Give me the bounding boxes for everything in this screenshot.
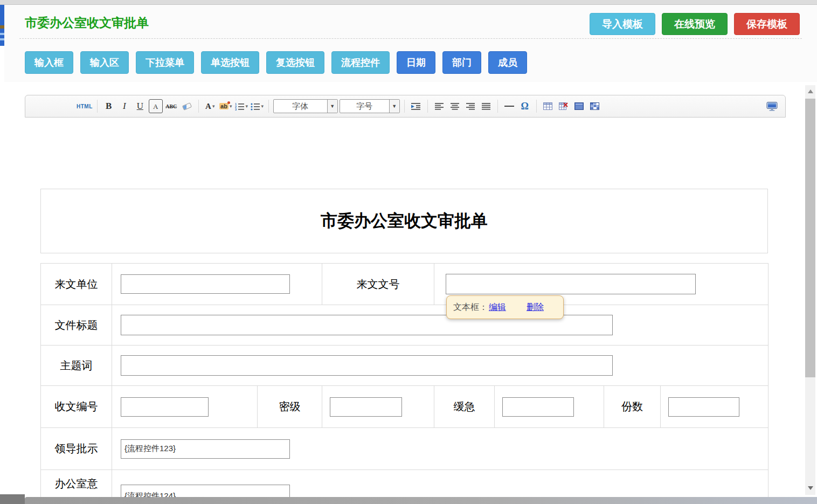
form-label-document-number: 来文文号 (322, 264, 434, 305)
indent-button[interactable] (409, 99, 423, 113)
align-center-button[interactable] (448, 99, 462, 113)
toolbar-separator (198, 100, 199, 113)
import-template-button[interactable]: 导入模板 (590, 13, 655, 35)
chevron-down-icon: ▼ (389, 100, 399, 113)
italic-button[interactable]: I (117, 99, 131, 113)
ordered-list-button[interactable]: 1 2 3 ▾ (234, 99, 248, 113)
chevron-down-icon: ▾ (212, 103, 215, 109)
editor-canvas[interactable]: 市委办公室收文审批单 来文单位 来文文号 文件标题 (25, 118, 803, 504)
font-size-select[interactable]: 字号 ▼ (340, 99, 400, 113)
table-row: 文件标题 (41, 305, 768, 346)
align-justify-button[interactable] (479, 99, 493, 113)
taskbar-edge (0, 494, 817, 504)
delete-link[interactable]: 删除 (527, 302, 544, 313)
form-label-keywords: 主题词 (41, 346, 112, 386)
underline-button[interactable]: U (133, 99, 147, 113)
horizontal-rule-button[interactable] (502, 99, 516, 113)
widget-department-button[interactable]: 部门 (442, 51, 481, 74)
widget-input-box-button[interactable]: 输入框 (25, 51, 73, 74)
table-properties-icon (574, 102, 584, 110)
unordered-list-button[interactable]: ▾ (250, 99, 264, 113)
special-character-button[interactable]: Ω (518, 99, 532, 113)
align-center-icon (451, 102, 459, 110)
leader-comments-cell (112, 428, 768, 470)
receipt-number-cell (112, 386, 258, 428)
toolbar-separator (97, 100, 98, 113)
document-number-input[interactable] (446, 274, 696, 294)
sliver-mark (0, 38, 4, 40)
template-actions: 导入模板 在线预览 保存模板 (590, 13, 800, 35)
eraser-icon (182, 102, 192, 111)
window-top-edge (0, 0, 817, 5)
horizontal-rule-icon (504, 106, 514, 107)
chevron-down-icon: ▾ (246, 103, 248, 109)
table-properties-button[interactable] (572, 99, 586, 113)
widget-date-button[interactable]: 日期 (397, 51, 435, 74)
scroll-down-button[interactable] (805, 482, 815, 494)
receipt-number-input[interactable] (121, 397, 209, 417)
delete-table-icon (559, 102, 568, 110)
copies-cell (661, 386, 768, 428)
strikethrough-button[interactable]: ABC (164, 99, 178, 113)
security-level-cell (322, 386, 434, 428)
align-left-button[interactable] (432, 99, 446, 113)
page-title: 市委办公室收文审批单 (25, 15, 149, 31)
vertical-scrollbar[interactable] (805, 85, 815, 495)
copies-input[interactable] (668, 397, 739, 417)
urgency-cell (495, 386, 604, 428)
cell-properties-button[interactable] (588, 99, 602, 113)
font-color-icon: A (205, 102, 211, 111)
chevron-down-icon: ▾ (261, 103, 264, 109)
save-template-button[interactable]: 保存模板 (734, 13, 800, 35)
bold-button[interactable]: B (102, 99, 116, 113)
taskbar-corner (0, 494, 25, 504)
widget-member-button[interactable]: 成员 (488, 51, 527, 74)
taskbar-strip (25, 497, 817, 504)
highlight-color-button[interactable]: ab▾ (219, 99, 233, 113)
html-source-button[interactable]: HTML (77, 99, 93, 113)
popover-prefix: 文本框： (453, 302, 488, 313)
highlight-color-icon: ab (219, 103, 229, 109)
approval-form-table: 来文单位 来文文号 文件标题 主题词 (40, 263, 768, 504)
font-size-label: 字号 (340, 101, 389, 112)
delete-table-button[interactable] (557, 99, 571, 113)
chevron-down-icon: ▼ (327, 100, 337, 113)
form-label-security-level: 密级 (258, 386, 322, 428)
urgency-input[interactable] (502, 397, 574, 417)
scrollbar-thumb[interactable] (805, 99, 815, 377)
online-preview-button[interactable]: 在线预览 (662, 13, 728, 35)
incoming-unit-input[interactable] (121, 274, 290, 294)
page-header: 市委办公室收文审批单 导入模板 在线预览 保存模板 输入框 输入区 下拉菜单 单… (4, 5, 817, 82)
widget-radio-button[interactable]: 单选按钮 (201, 51, 259, 74)
align-right-button[interactable] (463, 99, 477, 113)
keywords-input[interactable] (121, 355, 613, 376)
background-window-sliver (0, 5, 4, 46)
sliver-mark (0, 25, 4, 29)
toolbar-separator (404, 100, 405, 113)
font-attribute-button[interactable]: A (149, 99, 163, 113)
chevron-down-icon: ▾ (230, 103, 232, 109)
table-row: 收文编号 密级 缓急 份数 (41, 386, 768, 428)
edit-link[interactable]: 编辑 (489, 302, 506, 313)
widget-flow-control-button[interactable]: 流程控件 (331, 51, 390, 74)
widget-textarea-button[interactable]: 输入区 (80, 51, 129, 74)
sliver-mark (0, 33, 4, 35)
cell-properties-icon (590, 102, 599, 110)
insert-table-button[interactable] (541, 99, 555, 113)
widget-dropdown-button[interactable]: 下拉菜单 (136, 51, 194, 74)
font-family-select[interactable]: 字体 ▼ (273, 99, 338, 113)
form-label-incoming-unit: 来文单位 (41, 264, 112, 305)
widget-checkbox-button[interactable]: 复选按钮 (266, 51, 324, 74)
remove-format-button[interactable] (180, 99, 194, 113)
fullscreen-button[interactable] (765, 99, 779, 113)
scroll-up-button[interactable] (805, 85, 815, 97)
svg-text:3: 3 (235, 108, 237, 111)
keywords-cell (112, 346, 768, 386)
editor-toolbar: HTML B I U A ABC A▾ ab▾ 1 2 3 ▾ ▾ 字体 ▼ (25, 95, 786, 118)
app-root: 市委办公室收文审批单 导入模板 在线预览 保存模板 输入框 输入区 下拉菜单 单… (0, 0, 817, 504)
incoming-unit-cell (112, 264, 322, 305)
form-label-leader-comments: 领导批示 (41, 428, 112, 470)
leader-comments-input[interactable] (121, 439, 290, 459)
font-color-button[interactable]: A▾ (203, 99, 217, 113)
security-level-input[interactable] (330, 397, 402, 417)
